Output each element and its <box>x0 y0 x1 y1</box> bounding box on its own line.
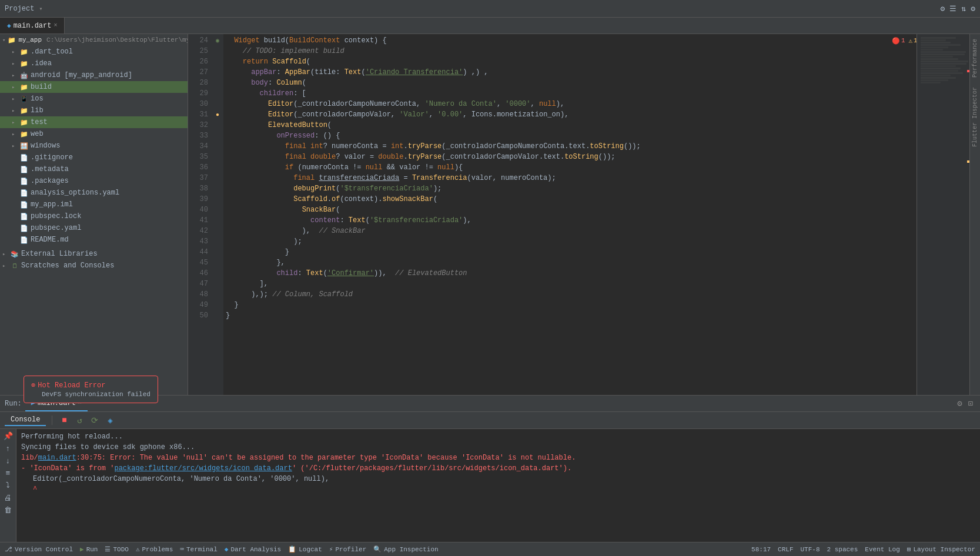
chevron-scratches: ▸ <box>2 263 8 269</box>
sidebar-item-lib[interactable]: ▸ 📁 lib <box>0 105 188 116</box>
sidebar-label-metadata: .metadata <box>31 165 69 173</box>
flutter-inspector-label[interactable]: Flutter Inspector <box>971 82 979 152</box>
sidebar-item-myapp[interactable]: ▾ 📁 my_app C:\Users\jheimison\Desktop\Fl… <box>0 34 188 46</box>
sidebar-item-pubspeclock[interactable]: 📄 pubspec.lock <box>0 210 188 222</box>
statusbar-event-log[interactable]: Event Log <box>865 546 899 553</box>
print-icon[interactable]: 🖨 <box>4 494 12 503</box>
dart-icon[interactable]: ◈ <box>104 416 116 426</box>
code-line-31: Editor(_controladorCampoValor, 'Valor', … <box>223 109 917 120</box>
gutter-26 <box>212 56 223 67</box>
statusbar-todo[interactable]: ☰ TODO <box>105 545 128 553</box>
up-icon[interactable]: ↑ <box>6 444 11 453</box>
sidebar-item-windows[interactable]: ▸ 🪟 windows <box>0 140 188 152</box>
code-line-29: children: [ <box>223 88 917 99</box>
layout-inspector-label: Layout Inspector <box>913 546 975 553</box>
sidebar-label-external-libs: External Libraries <box>21 250 98 258</box>
pin-icon[interactable]: 📌 <box>4 431 13 441</box>
file-tab-close[interactable]: × <box>53 22 57 29</box>
statusbar-position[interactable]: 58:17 <box>751 546 771 553</box>
trash-icon[interactable]: 🗑 <box>4 506 12 515</box>
statusbar-indent[interactable]: 2 spaces <box>827 546 858 553</box>
code-line-25: // TODO: implement build <box>223 46 917 56</box>
gutter-47 <box>212 279 223 289</box>
gutter-24[interactable]: ◉ <box>212 35 223 46</box>
sidebar-item-myappiml[interactable]: 📄 my_app.iml <box>0 199 188 210</box>
wrap-icon[interactable]: ⤵ <box>6 481 10 490</box>
code-line-28: body: Column( <box>223 78 917 88</box>
performance-label[interactable]: Performance <box>971 34 979 82</box>
console-line-2: Syncing files to device sdk gphone x86..… <box>21 442 975 453</box>
icondata-link[interactable]: package:flutter/src/widgets/icon_data.da… <box>114 464 292 473</box>
statusbar-app-inspection[interactable]: 🔍 App Inspection <box>373 545 438 553</box>
sidebar-item-packages[interactable]: 📄 .packages <box>0 175 188 187</box>
code-line-26: return Scaffold( <box>223 56 917 67</box>
file-icon-metadata: 📄 <box>20 166 28 173</box>
console-line-4: - 'IconData' is from 'package:flutter/sr… <box>21 463 975 474</box>
statusbar-version-control[interactable]: ⎇ Version Control <box>5 545 73 553</box>
sidebar-item-scratches[interactable]: ▸ 🗒 Scratches and Consoles <box>0 260 188 272</box>
code-lines[interactable]: Widget build(BuildContext context) { // … <box>223 34 917 395</box>
gutter-35 <box>212 152 223 162</box>
sidebar-item-test[interactable]: ▸ 📁 test <box>0 116 188 128</box>
inspection-icon: 🔍 <box>373 545 382 553</box>
sidebar-item-metadata[interactable]: 📄 .metadata <box>0 163 188 175</box>
toolbar-icon-gear2[interactable]: ⚙ <box>971 4 975 14</box>
sidebar-item-build[interactable]: ▸ 📁 build <box>0 81 188 93</box>
code-line-38: debugPrint('$transferenciaCriada'); <box>223 183 917 194</box>
file-tab-main-dart[interactable]: ◆ main.dart × <box>0 18 65 34</box>
sidebar-item-analysis[interactable]: 📄 analysis_options.yaml <box>0 187 188 199</box>
rerun-alt-button[interactable]: ⟳ <box>89 416 101 426</box>
project-label[interactable]: Project <box>5 5 34 13</box>
sidebar-item-dart-tool[interactable]: ▸ 📁 .dart_tool <box>0 46 188 58</box>
down-icon[interactable]: ↓ <box>6 457 11 465</box>
android-icon: 🤖 <box>20 72 28 79</box>
rerun-button[interactable]: ↺ <box>73 416 85 426</box>
error-link[interactable]: main.dart <box>38 454 76 462</box>
bottom-left-toolbar: 📌 ↑ ↓ ≡ ⤵ 🖨 🗑 <box>0 429 16 542</box>
statusbar-problems[interactable]: ⚠ Problems <box>136 545 173 553</box>
statusbar-layout-inspector[interactable]: ⊞ Layout Inspector <box>907 545 975 553</box>
code-line-48: ),); // Column, Scaffold <box>223 289 917 300</box>
statusbar-encoding[interactable]: UTF-8 <box>801 546 820 553</box>
sidebar-item-web[interactable]: ▸ 📁 web <box>0 128 188 140</box>
sidebar-label-pubspeclock: pubspec.lock <box>31 212 81 220</box>
sidebar-label-myapp: my_app <box>18 36 42 43</box>
crlf-label: CRLF <box>778 546 793 553</box>
toolbar-icon-settings[interactable]: ⚙ <box>941 4 945 14</box>
console-output[interactable]: Performing hot reload... Syncing files t… <box>16 429 980 542</box>
statusbar-profiler[interactable]: ⚡ Profiler <box>329 545 366 553</box>
statusbar-dart-analysis[interactable]: ◆ Dart Analysis <box>225 545 281 553</box>
statusbar-run[interactable]: ▶ Run <box>80 545 98 553</box>
sidebar-item-android[interactable]: ▸ 🤖 android [my_app_android] <box>0 69 188 81</box>
toolbar-icon-list[interactable]: ☰ <box>949 4 956 14</box>
sidebar-item-idea[interactable]: ▸ 📁 .idea <box>0 58 188 69</box>
statusbar-logcat[interactable]: 📋 Logcat <box>288 545 322 553</box>
sidebar-item-ios[interactable]: ▸ 📱 ios <box>0 93 188 105</box>
statusbar-line-ending[interactable]: CRLF <box>778 546 793 553</box>
windows-icon: 🪟 <box>20 142 28 150</box>
bottom-panel-settings[interactable]: ⚙ <box>957 398 962 408</box>
dart-analysis-label: Dart Analysis <box>230 546 281 553</box>
console-line-3: lib/main.dart:30:75: Error: The value 'n… <box>21 453 975 463</box>
filter-icon[interactable]: ≡ <box>6 469 11 478</box>
folder-icon-build: 📁 <box>20 83 28 91</box>
toolbar-icon-sort[interactable]: ⇅ <box>961 4 966 14</box>
bottom-panel-expand[interactable]: ⊡ <box>968 398 973 408</box>
top-toolbar: Project ▾ ⚙ ☰ ⇅ ⚙ <box>0 0 980 18</box>
statusbar-terminal[interactable]: ⌨ Terminal <box>180 545 217 553</box>
console-tab[interactable]: Console <box>5 414 46 426</box>
folder-icon-idea: 📁 <box>20 60 28 68</box>
sidebar-item-gitignore[interactable]: 📄 .gitignore <box>0 152 188 163</box>
code-line-44: } <box>223 247 917 257</box>
chevron-external-libs: ▸ <box>2 251 8 257</box>
stop-button[interactable]: ■ <box>58 416 70 425</box>
console-line-5: Editor(_controladorCampoNumeroConta, 'Nu… <box>21 474 975 484</box>
code-line-46: child: Text('Confirmar')), // ElevatedBu… <box>223 268 917 279</box>
sidebar-item-pubspecyaml[interactable]: 📄 pubspec.yaml <box>0 222 188 234</box>
sidebar-item-readme[interactable]: 📄 README.md <box>0 234 188 246</box>
project-dropdown-icon[interactable]: ▾ <box>39 5 42 12</box>
code-line-39: Scaffold.of(context).showSnackBar( <box>223 194 917 205</box>
gutter-31[interactable]: ● <box>212 109 223 120</box>
gutter-45 <box>212 257 223 268</box>
sidebar-item-external-libs[interactable]: ▸ 📚 External Libraries <box>0 248 188 260</box>
